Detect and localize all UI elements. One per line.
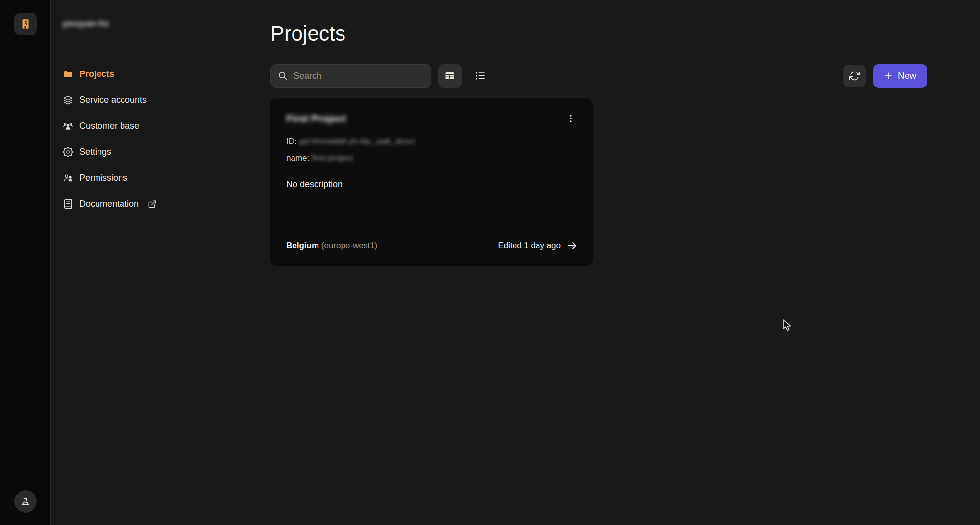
user-avatar-button[interactable] bbox=[14, 490, 37, 513]
gear-icon bbox=[63, 147, 73, 157]
project-description: No description bbox=[286, 179, 578, 190]
project-name-label: name: bbox=[286, 153, 309, 163]
project-id-label: ID: bbox=[286, 137, 297, 146]
location-name: Belgium bbox=[286, 241, 319, 250]
refresh-icon bbox=[849, 71, 860, 81]
card-menu-button[interactable] bbox=[564, 113, 578, 124]
org-name: pouyan-hz bbox=[51, 18, 160, 29]
sidebar-item-service-accounts[interactable]: Service accounts bbox=[51, 87, 160, 113]
project-name-value: first-project bbox=[312, 153, 353, 163]
external-link-icon bbox=[148, 200, 157, 209]
sidebar-nav: Projects Service accounts bbox=[51, 61, 160, 217]
sidebar-item-documentation[interactable]: Documentation bbox=[51, 191, 160, 217]
sidebar: pouyan-hz Projects Serv bbox=[50, 0, 160, 525]
sidebar-item-projects[interactable]: Projects bbox=[51, 61, 160, 87]
plus-icon bbox=[884, 72, 893, 80]
grid-view-button[interactable] bbox=[438, 64, 462, 88]
sidebar-item-label: Customer base bbox=[79, 121, 139, 131]
project-name-row: name: first-project bbox=[286, 150, 578, 167]
project-id-row: ID: gd-hhnnebbf-yh-bty_uwk_dxnci bbox=[286, 133, 578, 150]
sidebar-item-label: Settings bbox=[79, 147, 111, 157]
arrow-right-icon bbox=[566, 241, 578, 251]
card-footer: Belgium (europe-west1) Edited 1 day ago bbox=[286, 241, 578, 251]
refresh-button[interactable] bbox=[843, 65, 866, 87]
folder-icon bbox=[63, 69, 73, 79]
org-logo-button[interactable] bbox=[14, 13, 37, 35]
main-content: Projects bbox=[160, 0, 980, 525]
sidebar-item-label: Permissions bbox=[79, 173, 127, 183]
edited-group[interactable]: Edited 1 day ago bbox=[498, 241, 578, 251]
project-id-value: gd-hhnnebbf-yh-bty_uwk_dxnci bbox=[299, 137, 415, 146]
list-view-icon bbox=[474, 70, 486, 82]
layers-icon bbox=[63, 95, 73, 105]
card-meta: ID: gd-hhnnebbf-yh-bty_uwk_dxnci name: f… bbox=[286, 133, 578, 167]
building-icon bbox=[19, 18, 32, 30]
sidebar-item-label: Documentation bbox=[79, 199, 139, 209]
project-card[interactable]: First Project ID: bbox=[270, 98, 593, 266]
toolbar: New bbox=[270, 64, 927, 88]
sidebar-item-permissions[interactable]: Permissions bbox=[51, 165, 160, 191]
app-window: pouyan-hz Projects Serv bbox=[0, 0, 980, 525]
user-group-icon bbox=[63, 173, 73, 183]
sidebar-item-label: Projects bbox=[79, 69, 114, 79]
location-region: (europe-west1) bbox=[321, 241, 377, 250]
edited-label: Edited 1 day ago bbox=[498, 241, 561, 251]
sidebar-item-label: Service accounts bbox=[79, 95, 147, 105]
book-icon bbox=[63, 199, 73, 209]
user-icon bbox=[20, 496, 31, 507]
project-card-grid: First Project ID: bbox=[270, 98, 927, 266]
sidebar-item-settings[interactable]: Settings bbox=[51, 139, 160, 165]
page-title: Projects bbox=[270, 22, 927, 46]
new-project-button[interactable]: New bbox=[873, 64, 927, 88]
icon-rail bbox=[0, 0, 50, 525]
kebab-icon bbox=[566, 114, 575, 123]
search-input[interactable] bbox=[270, 64, 431, 88]
users-icon bbox=[63, 121, 73, 131]
project-location: Belgium (europe-west1) bbox=[286, 241, 377, 251]
list-view-button[interactable] bbox=[468, 64, 492, 88]
project-title: First Project bbox=[286, 113, 346, 124]
grid-view-icon bbox=[444, 70, 456, 82]
new-button-label: New bbox=[898, 71, 916, 81]
card-header: First Project bbox=[286, 113, 578, 124]
sidebar-item-customer-base[interactable]: Customer base bbox=[51, 113, 160, 139]
search-box bbox=[270, 64, 431, 88]
